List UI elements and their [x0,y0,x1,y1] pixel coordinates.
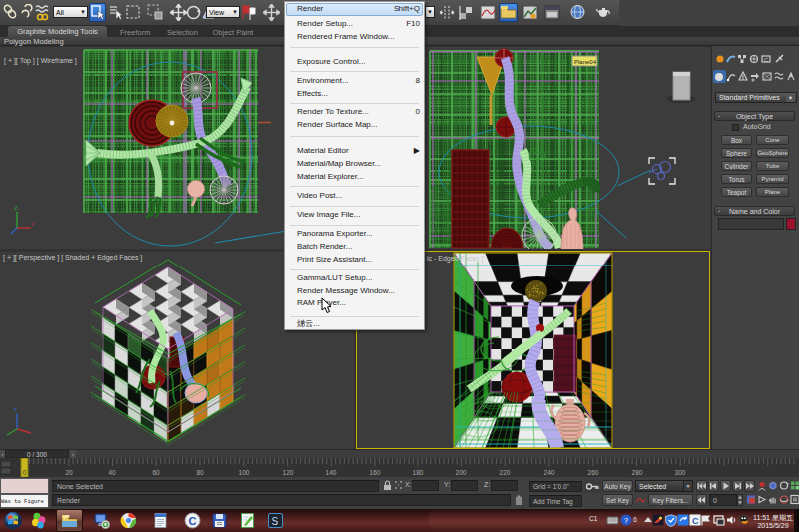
svg-text:C: C [692,516,699,526]
svg-text:x: x [31,221,34,227]
svg-text:Plane04: Plane04 [574,59,597,65]
svg-text:220: 220 [500,469,511,476]
svg-text:S: S [272,516,279,527]
svg-text:0: 0 [23,469,27,476]
svg-text:180: 180 [413,469,424,476]
svg-text:120: 120 [283,469,294,476]
svg-text:200: 200 [456,469,467,476]
svg-text:6: 6 [633,516,637,523]
svg-text:60: 60 [152,469,160,476]
svg-text:140: 140 [326,469,337,476]
svg-text:160: 160 [370,469,381,476]
svg-text:300: 300 [675,469,686,476]
svg-text:?: ? [624,516,629,525]
svg-text:40: 40 [108,469,116,476]
svg-text:100: 100 [239,469,250,476]
svg-text:260: 260 [588,469,599,476]
svg-text:20: 20 [65,469,73,476]
svg-text:280: 280 [632,469,643,476]
svg-text:C: C [764,57,769,63]
svg-text:z: z [14,406,17,412]
svg-text:C: C [189,515,197,527]
svg-text:80: 80 [196,469,204,476]
svg-text:240: 240 [544,469,555,476]
svg-text:Z: Z [14,205,18,211]
